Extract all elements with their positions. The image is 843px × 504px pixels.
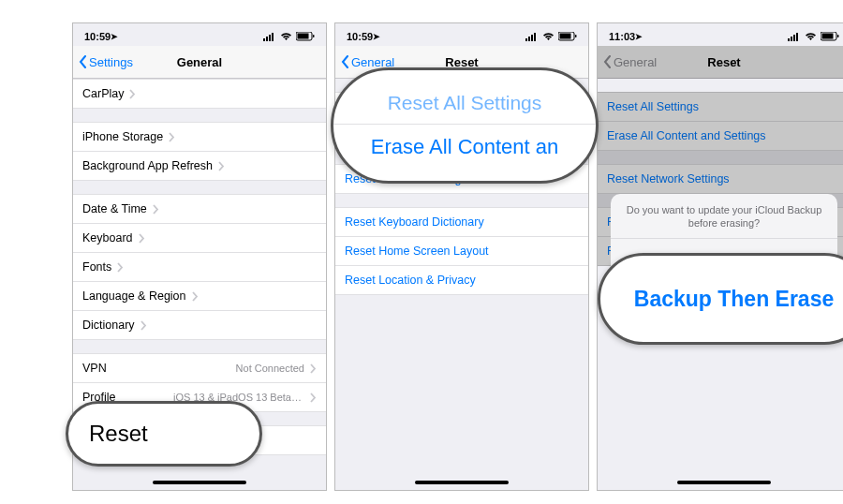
chevron-left-icon xyxy=(603,55,612,68)
home-indicator[interactable] xyxy=(153,481,246,484)
chevron-right-icon xyxy=(139,233,145,244)
chevron-left-icon xyxy=(341,55,349,68)
svg-rect-10 xyxy=(534,33,536,41)
status-time: 11:03 xyxy=(609,31,635,42)
svg-rect-6 xyxy=(313,35,315,37)
row-reset-all-settings[interactable]: Reset All Settings xyxy=(335,92,588,122)
phone-screen-confirm: 11:03 ➤ General Reset Reset All Settings… xyxy=(597,22,843,491)
chevron-right-icon xyxy=(119,436,126,446)
page-title: Reset xyxy=(707,55,740,69)
status-icons xyxy=(788,32,839,41)
battery-icon xyxy=(296,32,315,41)
svg-rect-0 xyxy=(263,38,265,41)
settings-list: CarPlay iPhone Storage Background App Re… xyxy=(73,79,326,455)
status-bar: 11:03 ➤ xyxy=(598,23,843,46)
row-dictionary[interactable]: Dictionary xyxy=(73,311,326,340)
sheet-backup-then-erase-button[interactable]: Backup Then Erase xyxy=(611,238,837,277)
svg-rect-5 xyxy=(298,34,309,39)
row-keyboard[interactable]: Keyboard xyxy=(73,224,326,253)
row-label: iPhone Storage xyxy=(82,130,163,143)
row-language-region[interactable]: Language & Region xyxy=(73,282,326,311)
back-button[interactable]: General xyxy=(341,55,394,69)
row-label: Date & Time xyxy=(82,202,147,215)
chevron-right-icon xyxy=(218,161,225,171)
row-vpn[interactable]: VPNNot Connected xyxy=(73,353,326,383)
row-reset[interactable]: Reset xyxy=(73,425,326,455)
row-profile[interactable]: ProfileiOS 13 & iPadOS 13 Beta Software … xyxy=(73,383,326,412)
back-button[interactable]: Settings xyxy=(79,55,133,69)
row-label: Erase All Content and Settings xyxy=(607,129,766,142)
row-reset-network[interactable]: Reset Network Settings xyxy=(598,164,843,194)
row-reset-home-screen[interactable]: Reset Home Screen Layout xyxy=(335,237,588,266)
status-icons xyxy=(525,32,577,41)
svg-rect-3 xyxy=(272,33,274,41)
svg-rect-8 xyxy=(528,37,530,41)
row-reset-location-privacy[interactable]: Reset Location & Privacy xyxy=(335,266,588,295)
row-label: Reset Home Screen Layout xyxy=(345,245,489,258)
row-label: Reset All Settings xyxy=(607,100,699,113)
svg-rect-14 xyxy=(788,38,790,41)
location-arrow-icon: ➤ xyxy=(635,32,643,41)
sheet-erase-now-button[interactable]: Erase Now xyxy=(611,277,837,317)
row-reset-network[interactable]: Reset Network Settings xyxy=(335,164,588,194)
home-indicator[interactable] xyxy=(677,481,771,484)
status-time: 10:59 xyxy=(84,31,111,42)
svg-rect-15 xyxy=(791,37,792,41)
action-sheet: Do you want to update your iCloud Backup… xyxy=(611,194,837,317)
navbar: General Reset xyxy=(335,46,588,79)
chevron-right-icon xyxy=(129,89,136,99)
page-title: General xyxy=(177,55,222,69)
wifi-icon xyxy=(280,33,292,41)
svg-rect-2 xyxy=(269,35,271,41)
svg-rect-1 xyxy=(266,37,268,41)
svg-rect-16 xyxy=(793,35,795,41)
reset-list: Reset All Settings Erase All Content and… xyxy=(335,92,588,295)
row-date-time[interactable]: Date & Time xyxy=(73,194,326,224)
phone-screen-general: 10:59 ➤ Settings General CarPlay iPhone … xyxy=(72,22,327,491)
navbar: Settings General xyxy=(73,46,326,79)
back-label: General xyxy=(614,55,657,69)
row-background-app-refresh[interactable]: Background App Refresh xyxy=(73,152,326,181)
row-label: Reset All Settings xyxy=(345,100,436,113)
svg-rect-7 xyxy=(525,38,527,41)
chevron-right-icon xyxy=(192,291,199,302)
row-reset-keyboard-dict[interactable]: Reset Keyboard Dictionary xyxy=(335,207,588,237)
location-arrow-icon: ➤ xyxy=(373,32,380,41)
phone-screen-reset: 10:59 ➤ General Reset Reset All Settings… xyxy=(334,22,589,491)
chevron-right-icon xyxy=(140,320,147,331)
status-icons xyxy=(263,32,315,41)
home-indicator[interactable] xyxy=(415,481,509,484)
status-bar: 10:59 ➤ xyxy=(73,23,326,46)
svg-rect-9 xyxy=(531,35,533,41)
row-label: Reset Location & Privacy xyxy=(345,274,476,287)
row-label: Background App Refresh xyxy=(82,159,213,172)
svg-rect-12 xyxy=(560,34,571,39)
chevron-right-icon xyxy=(310,393,317,403)
svg-rect-17 xyxy=(796,33,798,41)
chevron-left-icon xyxy=(79,55,87,68)
svg-rect-20 xyxy=(837,35,839,37)
row-iphone-storage[interactable]: iPhone Storage xyxy=(73,122,326,152)
back-label: General xyxy=(351,55,394,69)
row-label: Erase All Content and Settings xyxy=(345,129,504,142)
row-label: Fonts xyxy=(82,260,111,274)
row-label: Keyboard xyxy=(82,231,133,245)
status-time: 10:59 xyxy=(347,31,373,42)
row-reset-all-settings[interactable]: Reset All Settings xyxy=(598,92,843,122)
row-label: Dictionary xyxy=(82,319,135,332)
signal-icon xyxy=(263,33,276,41)
row-carplay[interactable]: CarPlay xyxy=(73,79,326,109)
row-erase-all-content[interactable]: Erase All Content and Settings xyxy=(598,122,843,151)
row-label: CarPlay xyxy=(82,87,124,100)
sheet-message: Do you want to update your iCloud Backup… xyxy=(611,194,837,238)
svg-rect-13 xyxy=(575,35,577,37)
back-button[interactable]: General xyxy=(603,55,657,69)
row-erase-all-content[interactable]: Erase All Content and Settings xyxy=(335,122,588,151)
row-label: Reset Network Settings xyxy=(345,172,467,185)
row-label: Reset xyxy=(82,434,113,447)
row-fonts[interactable]: Fonts xyxy=(73,253,326,282)
chevron-right-icon xyxy=(153,204,159,215)
row-label: Profile xyxy=(82,391,115,404)
back-label: Settings xyxy=(89,55,133,69)
row-secondary: Not Connected xyxy=(236,363,304,374)
